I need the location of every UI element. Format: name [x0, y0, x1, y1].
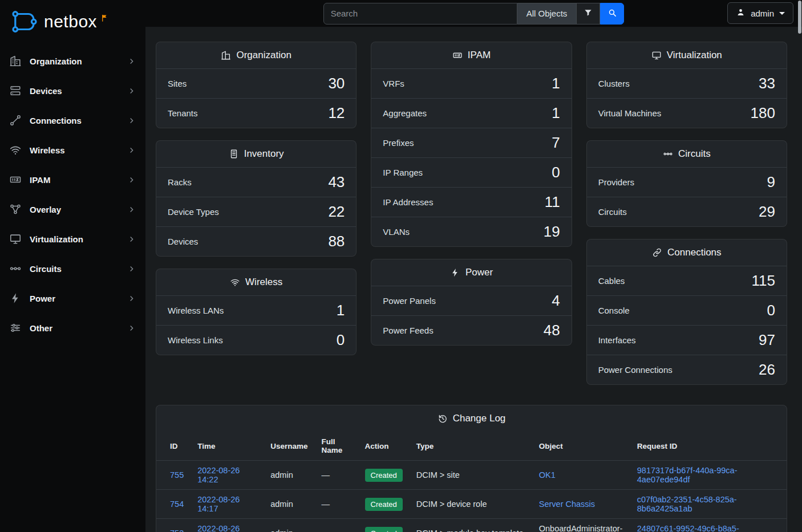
change-id-link[interactable]: 754: [170, 499, 184, 509]
stat-label[interactable]: Racks: [168, 177, 192, 187]
stat-label[interactable]: Wireless LANs: [168, 306, 224, 315]
change-time-link[interactable]: 2022-08-26 14:17: [197, 495, 240, 513]
stat-row-console[interactable]: Console 0: [587, 295, 787, 325]
object-type-button[interactable]: All Objects: [517, 3, 577, 25]
netbox-logo[interactable]: netbox: [0, 0, 145, 46]
stat-row-prefixes[interactable]: Prefixes 7: [371, 128, 571, 157]
stat-row-devices[interactable]: Devices 88: [156, 226, 356, 256]
stat-row-tenants[interactable]: Tenants 12: [156, 98, 356, 128]
stat-row-interfaces[interactable]: Interfaces 97: [587, 325, 787, 355]
stat-row-device-types[interactable]: Device Types 22: [156, 197, 356, 226]
stat-label[interactable]: Devices: [168, 237, 198, 246]
column-header-object[interactable]: Object: [532, 432, 630, 461]
change-time-link[interactable]: 2022-08-26 14:15: [197, 524, 240, 532]
stat-row-providers[interactable]: Providers 9: [587, 167, 787, 197]
stat-value[interactable]: 0: [552, 164, 560, 181]
sidebar-item-connections[interactable]: Connections: [0, 105, 145, 135]
stat-label[interactable]: Cables: [598, 276, 625, 286]
stat-label[interactable]: Tenants: [168, 108, 198, 118]
stat-value[interactable]: 0: [767, 302, 775, 319]
stat-value[interactable]: 7: [552, 134, 560, 152]
stat-value[interactable]: 30: [328, 75, 345, 92]
stat-label[interactable]: Wireless Links: [168, 335, 223, 345]
stat-value[interactable]: 48: [544, 322, 560, 339]
change-id-link[interactable]: 753: [170, 529, 184, 532]
column-header-type[interactable]: Type: [410, 432, 532, 461]
stat-row-virtual-machines[interactable]: Virtual Machines 180: [587, 98, 787, 128]
stat-value[interactable]: 43: [328, 173, 345, 191]
stat-value[interactable]: 1: [552, 104, 560, 122]
change-id-link[interactable]: 755: [170, 470, 184, 480]
sidebar-item-ipam[interactable]: IPAM: [0, 165, 145, 194]
stat-label[interactable]: Aggregates: [383, 108, 427, 118]
stat-value[interactable]: 1: [337, 302, 345, 319]
stat-value[interactable]: 26: [759, 361, 775, 379]
stat-row-vlans[interactable]: VLANs 19: [371, 217, 571, 246]
stat-value[interactable]: 4: [552, 292, 560, 310]
sidebar-item-organization[interactable]: Organization: [0, 46, 145, 76]
request-id-link[interactable]: 24807c61-9952-49c6-b8a5-69760bfcc4b3: [637, 524, 739, 532]
stat-label[interactable]: Providers: [598, 177, 634, 187]
stat-row-cables[interactable]: Cables 115: [587, 266, 787, 295]
stat-value[interactable]: 12: [328, 104, 345, 122]
column-header-time[interactable]: Time: [191, 432, 264, 461]
stat-row-power-feeds[interactable]: Power Feeds 48: [371, 315, 571, 345]
stat-label[interactable]: Sites: [168, 79, 187, 88]
stat-row-racks[interactable]: Racks 43: [156, 167, 356, 197]
stat-row-ip-ranges[interactable]: IP Ranges 0: [371, 157, 571, 187]
column-header-full-name[interactable]: Full Name: [315, 432, 358, 461]
stat-value[interactable]: 1: [552, 75, 560, 92]
stat-label[interactable]: Power Panels: [383, 296, 436, 306]
column-header-id[interactable]: ID: [156, 432, 191, 461]
sidebar-item-circuits[interactable]: Circuits: [0, 254, 145, 283]
stat-row-aggregates[interactable]: Aggregates 1: [371, 98, 571, 128]
stat-label[interactable]: Power Feeds: [383, 326, 433, 335]
stat-row-power-connections[interactable]: Power Connections 26: [587, 355, 787, 384]
user-menu-button[interactable]: admin: [727, 2, 793, 24]
stat-label[interactable]: Circuits: [598, 207, 627, 217]
stat-row-circuits[interactable]: Circuits 29: [587, 197, 787, 226]
stat-row-vrfs[interactable]: VRFs 1: [371, 68, 571, 98]
stat-value[interactable]: 97: [759, 331, 775, 349]
stat-value[interactable]: 33: [759, 75, 775, 92]
sidebar-item-wireless[interactable]: Wireless: [0, 135, 145, 165]
stat-value[interactable]: 19: [544, 223, 560, 241]
stat-value[interactable]: 11: [545, 193, 560, 211]
sidebar-item-other[interactable]: Other: [0, 313, 145, 343]
stat-row-sites[interactable]: Sites 30: [156, 68, 356, 98]
stat-label[interactable]: Console: [598, 306, 630, 315]
stat-label[interactable]: Device Types: [168, 207, 219, 217]
stat-label[interactable]: Virtual Machines: [598, 108, 662, 118]
search-submit-button[interactable]: [600, 3, 624, 25]
request-id-link[interactable]: c07f0ab2-2351-4c58-825a-8b6a2425a1ab: [637, 495, 737, 513]
stat-value[interactable]: 22: [328, 203, 345, 221]
stat-value[interactable]: 88: [328, 233, 345, 250]
stat-label[interactable]: Clusters: [598, 79, 630, 88]
request-id-link[interactable]: 9817317d-b67f-440a-99ca-4ae07ede94df: [637, 466, 738, 484]
stat-label[interactable]: VLANs: [383, 227, 410, 237]
stat-row-wireless-lans[interactable]: Wireless LANs 1: [156, 295, 356, 325]
stat-label[interactable]: IP Ranges: [383, 168, 423, 177]
filter-button[interactable]: [577, 3, 600, 25]
stat-row-ip-addresses[interactable]: IP Addresses 11: [371, 187, 571, 217]
search-input[interactable]: [323, 3, 517, 25]
stat-row-power-panels[interactable]: Power Panels 4: [371, 286, 571, 315]
change-time-link[interactable]: 2022-08-26 14:22: [197, 466, 240, 484]
stat-value[interactable]: 115: [752, 272, 775, 290]
column-header-username[interactable]: Username: [264, 432, 314, 461]
sidebar-item-power[interactable]: Power: [0, 283, 145, 313]
stat-label[interactable]: Interfaces: [598, 335, 636, 345]
stat-label[interactable]: IP Addresses: [383, 197, 433, 207]
stat-label[interactable]: Power Connections: [598, 365, 673, 375]
column-header-action[interactable]: Action: [358, 432, 410, 461]
sidebar-item-overlay[interactable]: Overlay: [0, 194, 145, 224]
stat-value[interactable]: 29: [759, 203, 775, 221]
sidebar-item-devices[interactable]: Devices: [0, 76, 145, 105]
stat-label[interactable]: Prefixes: [383, 138, 414, 148]
sidebar-item-virtualization[interactable]: Virtualization: [0, 224, 145, 254]
scrollbar[interactable]: [798, 1, 801, 34]
stat-value[interactable]: 180: [751, 104, 775, 122]
stat-row-clusters[interactable]: Clusters 33: [587, 68, 787, 98]
column-header-request-id[interactable]: Request ID: [630, 432, 787, 461]
stat-label[interactable]: VRFs: [383, 79, 404, 88]
